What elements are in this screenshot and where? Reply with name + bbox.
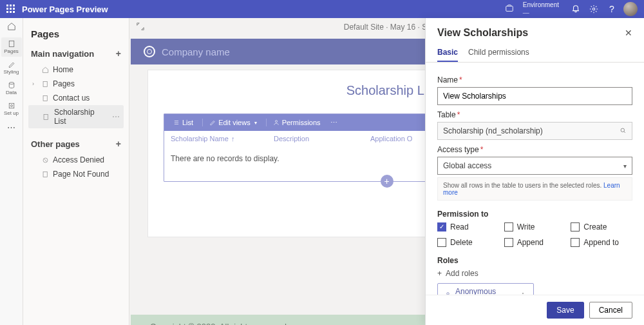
sort-asc-icon: ↑ [231,135,235,143]
item-more-icon[interactable]: ⋯ [112,112,120,121]
svg-rect-4 [9,103,14,108]
add-page-icon[interactable]: + [116,48,121,59]
col-application[interactable]: Application O [370,135,412,143]
plus-icon: + [437,269,442,278]
list-btn-edit-views[interactable]: Edit views▾ [202,119,261,126]
nav-item-access-denied[interactable]: Access Denied [28,153,124,167]
rail-pages[interactable]: Pages [1,37,22,57]
app-launcher-icon[interactable] [6,5,15,14]
page-icon [41,170,49,178]
home-small-icon [41,66,49,74]
pages-heading: Pages [31,28,121,39]
add-roles-button[interactable]: +Add roles [437,269,632,278]
environment-label: Environment [523,1,559,9]
environment-value: — [523,9,559,17]
access-type-select[interactable]: Global access▾ [437,157,632,175]
notifications-icon[interactable] [568,1,583,17]
nav-item-home[interactable]: Home [28,63,124,77]
checkbox-icon [504,238,513,247]
pages-panel: Pages Main navigation+ Home ›Pages Conta… [23,18,129,325]
svg-point-1 [592,8,595,10]
perm-read[interactable]: Read [437,222,499,231]
name-label: Name* [437,75,632,84]
home-icon[interactable] [7,22,16,34]
tab-basic[interactable]: Basic [437,44,458,62]
add-other-page-icon[interactable]: + [116,139,121,149]
nav-item-scholarship[interactable]: Scholarship List⋯ [28,105,124,128]
page-icon [41,94,49,102]
col-description[interactable]: Description [274,135,370,143]
site-brand[interactable]: Company name [162,46,230,57]
site-logo-icon [144,46,155,57]
nav-item-pages[interactable]: ›Pages [28,77,124,91]
perm-delete[interactable]: Delete [437,238,499,247]
list-btn-list[interactable]: List [169,119,197,126]
nav-rail: Pages Styling Data Set up ⋯ [0,18,23,325]
perm-write[interactable]: Write [504,222,566,231]
roles-label: Roles [437,256,632,265]
permissions-panel: View Scholarships ✕ Basic Child permissi… [425,18,644,325]
tab-child[interactable]: Child permissions [468,44,529,62]
main-nav-heading: Main navigation+ [31,48,121,59]
add-row-button[interactable]: + [381,175,393,188]
other-pages-heading: Other pages+ [31,139,121,149]
save-button[interactable]: Save [547,302,583,319]
svg-rect-10 [43,172,47,177]
app-title: Power Pages Preview [22,5,108,14]
search-icon [620,127,627,135]
checkbox-icon [437,238,446,247]
settings-icon[interactable] [586,1,601,17]
panel-tabs: Basic Child permissions [426,44,644,63]
rail-more-icon[interactable]: ⋯ [7,123,15,132]
user-avatar[interactable] [623,2,638,16]
page-icon [43,113,50,121]
chevron-right-icon: › [32,81,37,87]
expand-icon[interactable] [136,22,145,33]
perm-appendto[interactable]: Append to [571,238,632,247]
col-scholarship-name[interactable]: Scholarship Name↑ [171,135,274,143]
svg-point-3 [9,83,14,84]
checkbox-icon [437,222,446,231]
rail-setup[interactable]: Set up [1,99,22,119]
deny-icon [41,156,49,164]
table-label: Table* [437,110,632,119]
permission-to-label: Permission to [437,210,632,219]
svg-rect-8 [44,114,48,119]
environment-picker[interactable]: Environment — [523,1,559,17]
svg-point-12 [621,128,625,132]
close-icon[interactable]: ✕ [625,28,632,38]
perm-create[interactable]: Create [571,222,632,231]
cancel-button[interactable]: Cancel [589,302,632,319]
access-hint: Show all rows in the table to users in t… [437,177,632,201]
svg-point-5 [10,105,12,107]
checkbox-icon [504,222,513,231]
svg-rect-2 [9,41,14,47]
rail-styling[interactable]: Styling [1,58,22,77]
nav-item-contact[interactable]: Contact us [28,91,124,105]
list-btn-permissions[interactable]: Permissions [266,119,325,126]
access-label: Access type* [437,145,632,154]
rail-data[interactable]: Data [1,79,22,98]
environment-icon [505,4,514,15]
perm-append[interactable]: Append [504,238,566,247]
checkbox-icon [571,238,580,247]
role-anonymous[interactable]: Anonymous Users⋮ [437,283,534,295]
checkbox-icon [571,222,580,231]
help-icon[interactable]: ? [604,1,620,17]
page-icon [41,80,49,88]
titlebar: Power Pages Preview Environment — ? [0,0,644,18]
nav-item-not-found[interactable]: Page Not Found [28,167,124,181]
list-more-icon[interactable]: ⋯ [328,119,340,127]
chevron-down-icon: ▾ [254,120,257,126]
chevron-down-icon: ▾ [623,162,627,170]
table-select[interactable]: Scholarship (nd_scholarship) [437,122,632,140]
name-input[interactable] [437,87,632,105]
svg-point-11 [275,121,277,123]
svg-rect-7 [43,95,47,101]
panel-title: View Scholarships [437,27,528,39]
canvas: Default Site · May 16 · Saved Company na… [129,18,644,325]
svg-rect-0 [506,6,513,11]
svg-rect-6 [43,81,47,86]
